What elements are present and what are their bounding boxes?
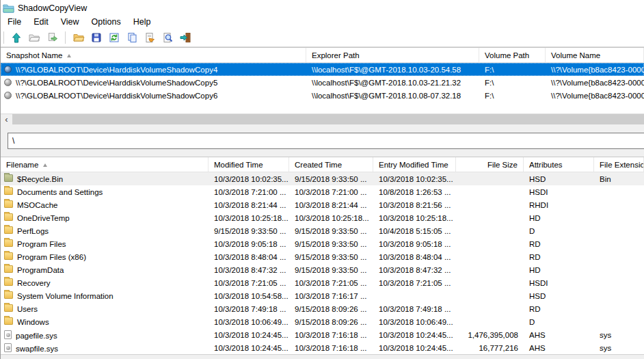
file-size <box>456 276 524 289</box>
volume-path: F:\ <box>479 63 546 76</box>
modified-time: 10/3/2018 8:48:04 ... <box>209 250 289 263</box>
modified-time: 10/3/2018 8:47:32 ... <box>209 263 289 276</box>
table-row[interactable]: $Recycle.Bin 10/3/2018 10:02:35... 9/15/… <box>1 172 644 185</box>
table-row[interactable]: pagefile.sys 10/3/2018 10:24:45... 10/3/… <box>1 328 644 341</box>
entry-modified-time: 10/4/2018 5:15:05 ... <box>373 224 456 237</box>
menu-bar: File Edit View Options Help <box>1 16 644 29</box>
filename: Recovery <box>17 279 51 287</box>
modified-time: 10/3/2018 8:21:44 ... <box>209 198 289 211</box>
created-time: 10/3/2018 8:21:44 ... <box>289 198 373 211</box>
table-row[interactable]: Users 10/3/2018 7:49:18 ... 9/15/2018 8:… <box>1 302 644 315</box>
volume-name: \\?\Volume{b8ac8423-0000 <box>546 76 644 89</box>
snapshot-row[interactable]: \\?\GLOBALROOT\Device\HarddiskVolumeShad… <box>1 76 644 89</box>
column-header-snapshot-name[interactable]: Snapshot Name <box>1 48 306 63</box>
filename: $Recycle.Bin <box>17 175 63 183</box>
file-type-icon <box>4 213 13 221</box>
toolbar-separator <box>65 31 66 44</box>
snapshot-row[interactable]: \\?\GLOBALROOT\Device\HarddiskVolumeShad… <box>1 63 644 76</box>
shadow-copy-icon <box>4 79 12 86</box>
column-header-file-extension[interactable]: File Extension <box>594 157 644 172</box>
menu-file[interactable]: File <box>1 16 27 29</box>
attributes: D <box>524 315 594 328</box>
copy-button[interactable] <box>123 29 141 46</box>
file-size <box>456 172 524 185</box>
filename: Users <box>17 305 38 313</box>
snapshot-name: \\?\GLOBALROOT\Device\HarddiskVolumeShad… <box>16 92 217 100</box>
column-header-modified-time[interactable]: Modified Time <box>209 157 289 172</box>
open-folder-button[interactable] <box>70 29 88 46</box>
entry-modified-time: 10/3/2018 8:21:56 ... <box>373 198 456 211</box>
app-folder-icon <box>3 3 14 13</box>
column-header-attributes[interactable]: Attributes <box>524 157 594 172</box>
column-header-created-time[interactable]: Created Time <box>289 157 373 172</box>
current-path-input[interactable] <box>8 133 644 149</box>
export-selected-icon <box>46 31 58 44</box>
file-size <box>456 263 524 276</box>
file-size <box>456 289 524 302</box>
column-header-file-size[interactable]: File Size <box>456 157 524 172</box>
path-bar <box>8 133 644 149</box>
file-extension <box>594 250 644 263</box>
column-header-filename[interactable]: Filename <box>1 157 209 172</box>
snapshot-row[interactable]: \\?\GLOBALROOT\Device\HarddiskVolumeShad… <box>1 89 644 102</box>
entry-modified-time: 10/3/2018 10:06:49... <box>373 315 456 328</box>
table-row[interactable]: PerfLogs 9/15/2018 9:33:50 ... 9/15/2018… <box>1 224 644 237</box>
menu-edit[interactable]: Edit <box>27 16 55 29</box>
entry-modified-time <box>373 289 456 302</box>
table-row[interactable]: OneDriveTemp 10/3/2018 10:25:18... 10/3/… <box>1 211 644 224</box>
copy-icon <box>126 31 138 44</box>
created-time: 9/15/2018 8:09:26 ... <box>289 302 373 315</box>
shadow-copy-icon <box>4 66 12 73</box>
filename: OneDriveTemp <box>17 214 70 222</box>
open-in-explorer-button[interactable] <box>25 29 43 46</box>
scroll-left-button[interactable] <box>1 114 12 124</box>
file-extension <box>594 237 644 250</box>
table-row[interactable]: MSOCache 10/3/2018 8:21:44 ... 10/3/2018… <box>1 198 644 211</box>
properties-button[interactable] <box>141 29 159 46</box>
refresh-button[interactable] <box>105 29 123 46</box>
table-row[interactable]: ProgramData 10/3/2018 8:47:32 ... 9/15/2… <box>1 263 644 276</box>
created-time: 10/3/2018 7:16:18 ... <box>289 328 373 341</box>
export-selected-button[interactable] <box>43 29 61 46</box>
table-row[interactable]: swapfile.sys 10/3/2018 10:24:45... 10/3/… <box>1 341 644 354</box>
exit-button[interactable] <box>176 29 194 46</box>
go-up-icon <box>10 31 23 44</box>
app-window: ShadowCopyView File Edit View Options He… <box>0 0 644 359</box>
explorer-path: \\localhost\F$\@GMT-2018.10.03-20.54.58 <box>306 63 479 76</box>
go-up-button[interactable] <box>8 29 25 46</box>
table-row[interactable]: Recovery 10/3/2018 7:21:05 ... 10/3/2018… <box>1 276 644 289</box>
save-button[interactable] <box>88 29 105 46</box>
files-list: Filename Modified Time Created Time Entr… <box>1 157 644 354</box>
menu-options[interactable]: Options <box>85 16 127 29</box>
table-row[interactable]: Program Files 10/3/2018 9:05:18 ... 9/15… <box>1 237 644 250</box>
snapshot-name: \\?\GLOBALROOT\Device\HarddiskVolumeShad… <box>16 66 217 74</box>
scrollbar-thumb[interactable] <box>12 114 644 124</box>
properties-icon <box>144 31 156 44</box>
file-size <box>456 224 524 237</box>
find-button[interactable] <box>159 29 176 46</box>
volume-path: F:\ <box>479 89 546 102</box>
horizontal-scrollbar[interactable] <box>1 114 644 124</box>
attributes: HD <box>524 263 594 276</box>
sort-ascending-icon <box>43 163 47 167</box>
file-extension <box>594 198 644 211</box>
file-extension <box>594 302 644 315</box>
filename: swapfile.sys <box>16 345 58 353</box>
table-row[interactable]: Documents and Settings 10/3/2018 7:21:00… <box>1 185 644 198</box>
column-header-explorer-path[interactable]: Explorer Path <box>306 48 479 63</box>
table-row[interactable]: System Volume Information 10/3/2018 10:5… <box>1 289 644 302</box>
table-row[interactable]: Windows 10/3/2018 10:06:49... 9/15/2018 … <box>1 315 644 328</box>
files-pane: Filename Modified Time Created Time Entr… <box>1 157 644 354</box>
modified-time: 10/3/2018 10:24:45... <box>209 341 289 354</box>
attributes: RD <box>524 237 594 250</box>
table-row[interactable]: Program Files (x86) 10/3/2018 8:48:04 ..… <box>1 250 644 263</box>
column-header-volume-path[interactable]: Volume Path <box>479 48 546 63</box>
file-extension <box>594 289 644 302</box>
modified-time: 10/3/2018 10:02:35... <box>209 172 289 185</box>
column-header-volume-name[interactable]: Volume Name <box>546 48 644 63</box>
menu-view[interactable]: View <box>55 16 85 29</box>
menu-help[interactable]: Help <box>127 16 157 29</box>
column-header-entry-modified-time[interactable]: Entry Modified Time <box>373 157 456 172</box>
spacer <box>1 149 644 157</box>
entry-modified-time: 10/3/2018 8:47:32 ... <box>373 263 456 276</box>
